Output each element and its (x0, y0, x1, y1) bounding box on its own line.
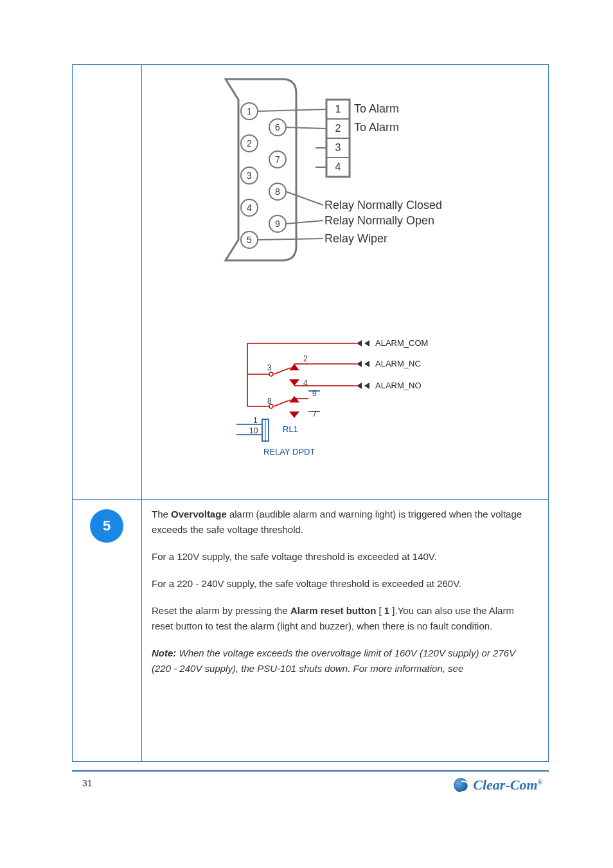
svg-text:1: 1 (253, 416, 258, 425)
note-label: Note: (152, 647, 176, 658)
svg-text:7: 7 (275, 154, 280, 165)
svg-text:2: 2 (247, 138, 252, 149)
relay-schematic-svg: 3 2 4 9 8 7 1 10 (218, 321, 475, 489)
reset-button-term: Alarm reset button (290, 605, 379, 616)
svg-text:9: 9 (275, 219, 280, 229)
svg-line-44 (274, 368, 290, 374)
svg-text:9: 9 (312, 389, 317, 398)
db9-alarm-pinout-diagram: 1 2 3 4 5 6 7 8 9 1 2 3 4 (214, 74, 484, 270)
to-alarm-label-1: To Alarm (354, 102, 399, 116)
relay-dpdt-schematic: 3 2 4 9 8 7 1 10 ALARM_COM ALARM_NC ALAR… (218, 321, 475, 489)
overvoltage-paragraph: The Overvoltage alarm (audible alarm and… (152, 507, 537, 538)
svg-text:4: 4 (303, 379, 308, 388)
text: [ (378, 605, 384, 616)
svg-line-27 (286, 127, 326, 129)
svg-text:3: 3 (335, 142, 341, 153)
svg-text:1: 1 (335, 104, 341, 114)
table-row-separator (73, 499, 548, 500)
to-alarm-label-2: To Alarm (354, 121, 399, 134)
svg-text:1: 1 (247, 106, 252, 116)
footer-rule (72, 770, 549, 772)
net-alarm-nc: ALARM_NC (375, 359, 421, 368)
svg-text:3: 3 (247, 170, 252, 181)
svg-text:6: 6 (275, 122, 280, 132)
table-left-column (73, 65, 142, 761)
relay-nc-label: Relay Normally Closed (324, 199, 442, 212)
text: Reset the alarm by pressing the (152, 605, 290, 616)
svg-text:3: 3 (267, 363, 272, 372)
relay-no-label: Relay Normally Open (324, 214, 434, 228)
threshold-240v: For a 220 - 240V supply, the safe voltag… (152, 576, 537, 592)
relay-part: RELAY DPDT (263, 447, 315, 457)
note-paragraph: Note: When the voltage exceeds the overv… (152, 646, 537, 676)
svg-line-33 (258, 239, 323, 240)
callout-ref-1: 1 (384, 605, 393, 616)
text: The (152, 509, 171, 520)
threshold-120v: For a 120V supply, the safe voltage thre… (152, 549, 537, 565)
svg-text:4: 4 (335, 161, 341, 172)
svg-line-32 (286, 221, 323, 224)
svg-text:10: 10 (249, 426, 258, 435)
svg-text:8: 8 (275, 186, 280, 197)
brand-logo: Clear-Com® (454, 777, 542, 793)
brand-name: Clear-Com® (473, 777, 542, 793)
net-alarm-com: ALARM_COM (375, 338, 428, 348)
svg-text:2: 2 (335, 123, 341, 134)
svg-text:5: 5 (247, 235, 252, 245)
brand-name-text: Clear-Com (473, 777, 537, 793)
callout-number: 5 (103, 518, 111, 534)
svg-text:2: 2 (303, 354, 308, 363)
relay-wiper-label: Relay Wiper (324, 232, 387, 246)
svg-text:4: 4 (247, 203, 252, 213)
svg-line-47 (274, 400, 290, 406)
registered-mark: ® (538, 779, 542, 786)
relay-refdes: RL1 (283, 424, 298, 434)
svg-text:8: 8 (267, 397, 272, 406)
page-number: 31 (82, 778, 93, 788)
note-text: When the voltage exceeds the overvoltage… (152, 647, 515, 674)
svg-line-26 (258, 109, 326, 111)
net-alarm-no: ALARM_NO (375, 381, 422, 390)
description-text: The Overvoltage alarm (audible alarm and… (152, 507, 537, 688)
overvoltage-term: Overvoltage (171, 509, 229, 520)
reset-paragraph: Reset the alarm by pressing the Alarm re… (152, 603, 537, 634)
svg-line-30 (286, 192, 323, 205)
svg-point-39 (269, 372, 273, 376)
callout-badge: 5 (90, 509, 123, 543)
svg-text:7: 7 (312, 410, 317, 419)
brand-mark-icon (454, 778, 468, 792)
